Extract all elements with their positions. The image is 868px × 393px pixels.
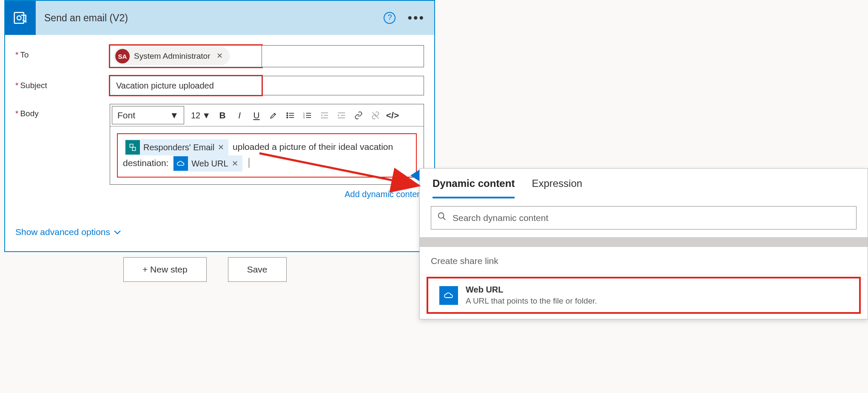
more-menu-icon[interactable]: ••• (407, 9, 425, 27)
svg-line-24 (443, 217, 446, 220)
dynamic-item-web-url[interactable]: Web URL A URL that points to the file or… (427, 278, 860, 313)
forms-icon (125, 140, 140, 155)
unlink-button[interactable] (367, 107, 384, 123)
tab-dynamic-content[interactable]: Dynamic content (433, 176, 515, 198)
numbered-list-button[interactable]: 123 (299, 107, 316, 123)
search-placeholder: Search dynamic content (452, 212, 548, 224)
font-dropdown[interactable]: Font ▼ (112, 106, 184, 124)
code-view-button[interactable]: </> (384, 107, 401, 123)
action-card-send-email: Send an email (V2) ? ••• *To SA System A… (4, 0, 435, 252)
svg-point-4 (287, 115, 288, 116)
dynamic-search-input[interactable]: Search dynamic content (431, 206, 857, 229)
underline-button[interactable]: U (248, 107, 265, 123)
indent-button[interactable] (333, 107, 350, 123)
italic-button[interactable]: I (231, 107, 248, 123)
bold-button[interactable]: B (214, 107, 231, 123)
onedrive-icon (439, 286, 458, 305)
token-responders-email[interactable]: Responders' Email ✕ (125, 139, 228, 155)
bullet-list-button[interactable] (282, 107, 299, 123)
label-subject: *Subject (15, 76, 110, 92)
remove-token-icon[interactable]: ✕ (218, 142, 224, 153)
svg-point-6 (287, 117, 288, 118)
editor-toolbar: Font ▼ 12▼ B I U (110, 104, 424, 126)
label-to: *To (15, 45, 110, 61)
outlook-icon (5, 1, 36, 35)
chevron-down-icon (114, 226, 121, 238)
label-body: *Body (15, 104, 110, 120)
add-dynamic-content-link[interactable]: Add dynamic content (110, 188, 424, 200)
rich-text-editor[interactable]: Font ▼ 12▼ B I U (110, 104, 424, 185)
card-title: Send an email (V2) (44, 11, 128, 25)
svg-point-2 (287, 112, 288, 114)
flyout-beak-icon (410, 169, 420, 181)
svg-point-23 (438, 212, 444, 218)
remove-recipient-icon[interactable]: ✕ (215, 51, 225, 61)
token-web-url[interactable]: Web URL ✕ (173, 155, 242, 172)
to-field-token-area[interactable]: SA System Administrator ✕ (110, 45, 262, 67)
avatar: SA (115, 49, 130, 63)
dynamic-group-header: Create share link (420, 247, 868, 275)
search-icon (437, 212, 447, 224)
outdent-button[interactable] (316, 107, 333, 123)
tab-expression[interactable]: Expression (532, 176, 582, 198)
svg-rect-21 (130, 144, 133, 148)
dynamic-content-panel: Dynamic content Expression Search dynami… (419, 168, 868, 319)
link-button[interactable] (350, 107, 367, 123)
svg-text:3: 3 (303, 116, 305, 119)
remove-token-icon[interactable]: ✕ (232, 158, 238, 169)
to-input[interactable] (262, 45, 424, 67)
svg-point-1 (17, 16, 21, 20)
subject-input[interactable] (262, 76, 424, 95)
svg-rect-22 (132, 147, 136, 151)
dynamic-item-subtitle: A URL that points to the file or folder. (466, 295, 597, 307)
chevron-down-icon: ▼ (170, 109, 179, 121)
body-content[interactable]: Responders' Email ✕ uploaded a picture o… (117, 133, 417, 178)
svg-rect-0 (14, 12, 24, 23)
font-size-dropdown[interactable]: 12▼ (188, 107, 214, 124)
recipient-pill[interactable]: SA System Administrator ✕ (114, 47, 230, 65)
save-button[interactable]: Save (228, 257, 287, 282)
new-step-button[interactable]: + New step (123, 257, 207, 282)
show-advanced-options[interactable]: Show advanced options (15, 226, 424, 238)
subject-input-highlight[interactable]: Vacation picture uploaded (110, 76, 262, 95)
recipient-name: System Administrator (134, 51, 211, 62)
onedrive-icon (174, 156, 188, 171)
dynamic-item-title: Web URL (466, 284, 597, 295)
card-header[interactable]: Send an email (V2) ? ••• (5, 1, 434, 35)
color-picker-button[interactable] (265, 107, 282, 123)
help-icon[interactable]: ? (384, 12, 396, 24)
